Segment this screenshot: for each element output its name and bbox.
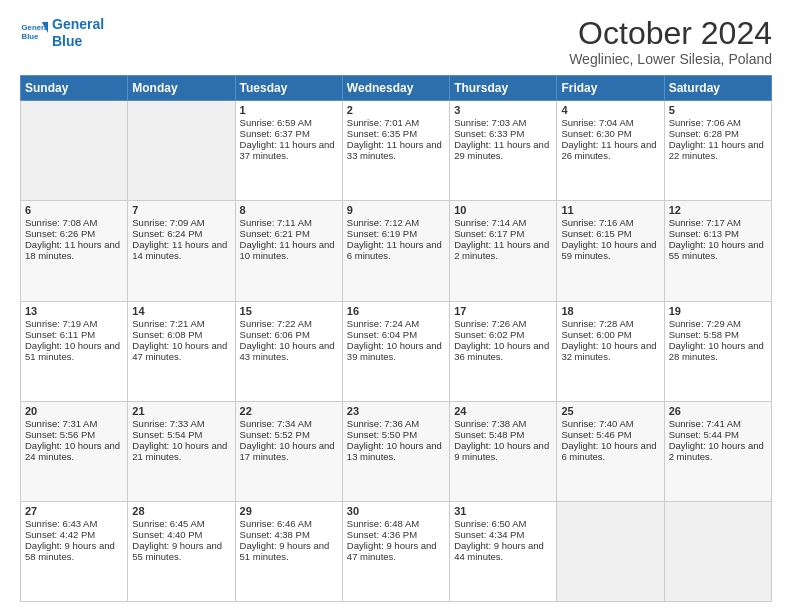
daylight-text: Daylight: 11 hours and 2 minutes. <box>454 239 552 261</box>
sunset-text: Sunset: 5:52 PM <box>240 429 338 440</box>
calendar-cell: 27Sunrise: 6:43 AMSunset: 4:42 PMDayligh… <box>21 501 128 601</box>
calendar-cell: 2Sunrise: 7:01 AMSunset: 6:35 PMDaylight… <box>342 101 449 201</box>
calendar-cell: 7Sunrise: 7:09 AMSunset: 6:24 PMDaylight… <box>128 201 235 301</box>
logo-icon: General Blue <box>20 19 48 47</box>
title-block: October 2024 Wegliniec, Lower Silesia, P… <box>569 16 772 67</box>
daylight-text: Daylight: 10 hours and 9 minutes. <box>454 440 552 462</box>
sunrise-text: Sunrise: 6:48 AM <box>347 518 445 529</box>
svg-text:Blue: Blue <box>22 32 40 41</box>
calendar-cell <box>557 501 664 601</box>
sunrise-text: Sunrise: 7:34 AM <box>240 418 338 429</box>
sunrise-text: Sunrise: 7:26 AM <box>454 318 552 329</box>
sunrise-text: Sunrise: 7:36 AM <box>347 418 445 429</box>
sunrise-text: Sunrise: 6:45 AM <box>132 518 230 529</box>
daylight-text: Daylight: 11 hours and 26 minutes. <box>561 139 659 161</box>
header: General Blue General Blue October 2024 W… <box>20 16 772 67</box>
sunset-text: Sunset: 6:19 PM <box>347 228 445 239</box>
sunset-text: Sunset: 6:33 PM <box>454 128 552 139</box>
day-number: 16 <box>347 305 445 317</box>
day-number: 13 <box>25 305 123 317</box>
sunrise-text: Sunrise: 6:59 AM <box>240 117 338 128</box>
sunrise-text: Sunrise: 6:43 AM <box>25 518 123 529</box>
sunset-text: Sunset: 6:24 PM <box>132 228 230 239</box>
sunrise-text: Sunrise: 7:17 AM <box>669 217 767 228</box>
daylight-text: Daylight: 10 hours and 28 minutes. <box>669 340 767 362</box>
main-title: October 2024 <box>569 16 772 51</box>
sunrise-text: Sunrise: 7:40 AM <box>561 418 659 429</box>
day-number: 7 <box>132 204 230 216</box>
sunrise-text: Sunrise: 7:09 AM <box>132 217 230 228</box>
sunrise-text: Sunrise: 7:22 AM <box>240 318 338 329</box>
daylight-text: Daylight: 11 hours and 37 minutes. <box>240 139 338 161</box>
sunset-text: Sunset: 5:44 PM <box>669 429 767 440</box>
calendar-cell: 1Sunrise: 6:59 AMSunset: 6:37 PMDaylight… <box>235 101 342 201</box>
sunset-text: Sunset: 6:26 PM <box>25 228 123 239</box>
sunrise-text: Sunrise: 6:46 AM <box>240 518 338 529</box>
sunset-text: Sunset: 6:37 PM <box>240 128 338 139</box>
sunrise-text: Sunrise: 7:38 AM <box>454 418 552 429</box>
daylight-text: Daylight: 10 hours and 2 minutes. <box>669 440 767 462</box>
page: General Blue General Blue October 2024 W… <box>0 0 792 612</box>
daylight-text: Daylight: 10 hours and 55 minutes. <box>669 239 767 261</box>
sunrise-text: Sunrise: 7:28 AM <box>561 318 659 329</box>
calendar-cell: 26Sunrise: 7:41 AMSunset: 5:44 PMDayligh… <box>664 401 771 501</box>
sunrise-text: Sunrise: 7:14 AM <box>454 217 552 228</box>
calendar-cell: 24Sunrise: 7:38 AMSunset: 5:48 PMDayligh… <box>450 401 557 501</box>
sunset-text: Sunset: 4:42 PM <box>25 529 123 540</box>
daylight-text: Daylight: 11 hours and 6 minutes. <box>347 239 445 261</box>
daylight-text: Daylight: 10 hours and 51 minutes. <box>25 340 123 362</box>
daylight-text: Daylight: 9 hours and 47 minutes. <box>347 540 445 562</box>
day-number: 20 <box>25 405 123 417</box>
daylight-text: Daylight: 10 hours and 24 minutes. <box>25 440 123 462</box>
calendar-table: SundayMondayTuesdayWednesdayThursdayFrid… <box>20 75 772 602</box>
day-number: 3 <box>454 104 552 116</box>
sunset-text: Sunset: 5:50 PM <box>347 429 445 440</box>
sunrise-text: Sunrise: 7:08 AM <box>25 217 123 228</box>
calendar-cell <box>664 501 771 601</box>
sunset-text: Sunset: 6:21 PM <box>240 228 338 239</box>
day-header-monday: Monday <box>128 76 235 101</box>
sunrise-text: Sunrise: 6:50 AM <box>454 518 552 529</box>
sunrise-text: Sunrise: 7:19 AM <box>25 318 123 329</box>
sunrise-text: Sunrise: 7:12 AM <box>347 217 445 228</box>
logo-text-general: General <box>52 16 104 33</box>
day-number: 12 <box>669 204 767 216</box>
calendar-cell: 13Sunrise: 7:19 AMSunset: 6:11 PMDayligh… <box>21 301 128 401</box>
sunset-text: Sunset: 5:56 PM <box>25 429 123 440</box>
subtitle: Wegliniec, Lower Silesia, Poland <box>569 51 772 67</box>
daylight-text: Daylight: 10 hours and 17 minutes. <box>240 440 338 462</box>
day-header-sunday: Sunday <box>21 76 128 101</box>
sunset-text: Sunset: 5:58 PM <box>669 329 767 340</box>
calendar-cell: 30Sunrise: 6:48 AMSunset: 4:36 PMDayligh… <box>342 501 449 601</box>
day-number: 29 <box>240 505 338 517</box>
calendar-cell: 31Sunrise: 6:50 AMSunset: 4:34 PMDayligh… <box>450 501 557 601</box>
sunrise-text: Sunrise: 7:24 AM <box>347 318 445 329</box>
day-number: 9 <box>347 204 445 216</box>
day-header-tuesday: Tuesday <box>235 76 342 101</box>
logo-text-blue: Blue <box>52 33 104 50</box>
sunset-text: Sunset: 6:28 PM <box>669 128 767 139</box>
calendar-cell: 22Sunrise: 7:34 AMSunset: 5:52 PMDayligh… <box>235 401 342 501</box>
day-number: 15 <box>240 305 338 317</box>
calendar-cell: 5Sunrise: 7:06 AMSunset: 6:28 PMDaylight… <box>664 101 771 201</box>
day-number: 8 <box>240 204 338 216</box>
daylight-text: Daylight: 9 hours and 51 minutes. <box>240 540 338 562</box>
calendar-cell: 29Sunrise: 6:46 AMSunset: 4:38 PMDayligh… <box>235 501 342 601</box>
daylight-text: Daylight: 11 hours and 33 minutes. <box>347 139 445 161</box>
sunset-text: Sunset: 6:06 PM <box>240 329 338 340</box>
day-number: 4 <box>561 104 659 116</box>
day-number: 25 <box>561 405 659 417</box>
calendar-header-row: SundayMondayTuesdayWednesdayThursdayFrid… <box>21 76 772 101</box>
daylight-text: Daylight: 11 hours and 10 minutes. <box>240 239 338 261</box>
daylight-text: Daylight: 11 hours and 18 minutes. <box>25 239 123 261</box>
day-number: 23 <box>347 405 445 417</box>
day-number: 18 <box>561 305 659 317</box>
calendar-cell: 14Sunrise: 7:21 AMSunset: 6:08 PMDayligh… <box>128 301 235 401</box>
sunset-text: Sunset: 6:30 PM <box>561 128 659 139</box>
day-number: 27 <box>25 505 123 517</box>
day-number: 21 <box>132 405 230 417</box>
calendar-cell <box>21 101 128 201</box>
sunrise-text: Sunrise: 7:33 AM <box>132 418 230 429</box>
day-header-thursday: Thursday <box>450 76 557 101</box>
calendar-cell: 9Sunrise: 7:12 AMSunset: 6:19 PMDaylight… <box>342 201 449 301</box>
